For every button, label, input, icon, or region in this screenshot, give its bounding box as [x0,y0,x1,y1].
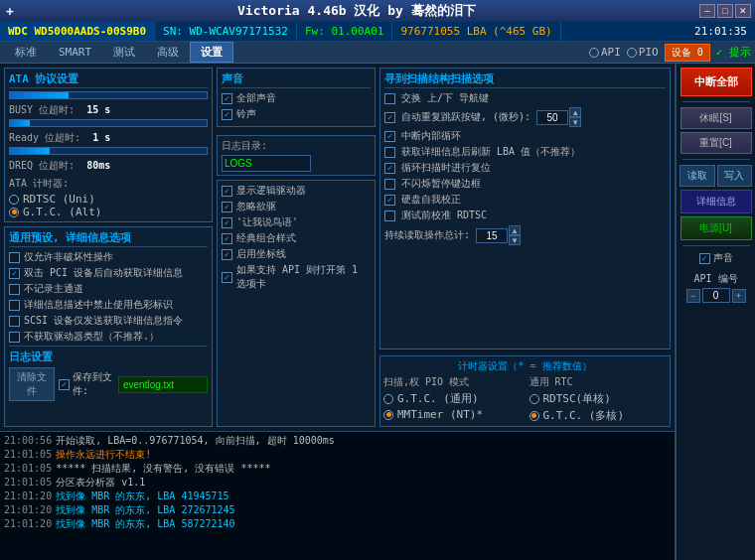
close-button[interactable]: ✕ [735,4,751,18]
persist-input[interactable] [476,228,508,243]
api-num-input[interactable] [702,288,730,303]
cb-r0[interactable] [222,186,232,197]
log-file-input[interactable] [118,376,208,393]
log-area: 21:00:56开始读取, LBA=0..976771054, 向前扫描, 超时… [0,431,675,560]
bell-cb[interactable] [222,109,232,120]
auto-repeat-input[interactable] [536,110,568,125]
general-item-2[interactable]: 不记录主通道 [9,282,208,296]
minimize-button[interactable]: – [699,4,715,18]
spin-down[interactable]: ▼ [569,117,581,127]
general-item-5[interactable]: 不获取驱动器类型（不推荐.） [9,330,208,344]
pio-radio[interactable]: PIO [627,46,659,59]
tab-test[interactable]: 测试 [102,42,146,63]
api-pio-selector: API PIO 设备 0 ✓ 提示 [589,44,751,62]
cb-r1[interactable] [222,202,232,212]
read-button[interactable]: 读取 [680,165,715,187]
gtc-uni-row[interactable]: G.T.C. (通用) [383,391,522,406]
scan-cb-4[interactable] [384,163,395,174]
sound-checkbox-row[interactable]: 声音 [699,251,733,265]
busy-row [9,91,208,99]
dreq-slider[interactable] [9,147,208,155]
scan-item-2[interactable]: 中断内部循环 [384,129,666,143]
tab-advanced[interactable]: 高级 [146,42,190,63]
maximize-button[interactable]: □ [717,4,733,18]
gr-item-5[interactable]: 如果支持 API 则打开第 1 选项卡 [222,263,371,291]
scan-cb-3[interactable] [384,147,395,158]
scan-item-5[interactable]: 不闪烁暂停键边框 [384,177,666,191]
gtc-multi-radio[interactable] [529,411,539,421]
gr-item-2[interactable]: '让我说鸟语' [222,215,371,229]
persist-spin-down[interactable]: ▼ [509,235,521,245]
rdtsc-radio[interactable] [9,195,19,205]
scan-item-3[interactable]: 获取详细信息后刷新 LBA 值（不推荐） [384,145,666,159]
save-cb[interactable] [59,379,70,390]
detail-button[interactable]: 详细信息 [680,190,752,213]
api-num-section: API 编号 − + [686,272,746,303]
gr-item-4[interactable]: 启用坐标线 [222,247,371,261]
scan-item-4[interactable]: 循环扫描时进行复位 [384,161,666,175]
persist-spin-up[interactable]: ▲ [509,225,521,235]
hint-button[interactable]: ✓ 提示 [716,45,751,60]
cb-r4[interactable] [222,249,232,260]
rdtsc-single-row[interactable]: RDTSC(单核) [529,391,668,406]
rdtsc-single-radio[interactable] [529,394,539,404]
cb-4[interactable] [9,316,20,327]
scan-cb-0[interactable] [384,93,395,104]
cb-r2[interactable] [222,217,232,228]
api-num-minus[interactable]: − [686,289,700,303]
log-dir-input[interactable] [222,155,311,172]
all-sound-row[interactable]: 全部声音 [222,91,371,105]
cb-2[interactable] [9,284,20,295]
tab-settings[interactable]: 设置 [190,42,233,63]
clear-log-button[interactable]: 清除文件 [9,367,55,401]
power-button[interactable]: 电源[U] [680,216,752,240]
scan-cb-1[interactable] [384,112,395,123]
abort-all-button[interactable]: 中断全部 [680,68,752,96]
mmtimer-row[interactable]: MMTimer (NT)* [383,408,522,421]
cb-5[interactable] [9,332,20,343]
log-settings: 日志设置 [9,346,208,364]
busy-slider[interactable] [9,91,208,99]
reset-button[interactable]: 重置[C] [680,132,752,154]
cb-1[interactable] [9,268,20,279]
scan-item-1[interactable]: 自动重复跳跃按键, (微秒): ▲ ▼ [384,107,666,127]
scan-cb-2[interactable] [384,131,395,142]
write-button[interactable]: 写入 [717,165,753,187]
ata-title: ATA 协议设置 [9,71,208,88]
cb-r3[interactable] [222,233,232,244]
gtc-uni-radio[interactable] [383,394,393,404]
scan-item-6[interactable]: 硬盘自我校正 [384,193,666,207]
gtc-multi-row[interactable]: G.T.C. (多核) [529,408,668,423]
bell-row[interactable]: 铃声 [222,107,371,121]
api-radio[interactable]: API [589,46,621,59]
tab-standard[interactable]: 标准 [4,42,48,63]
cb-3[interactable] [9,300,20,311]
gr-item-1[interactable]: 忽略欲驱 [222,200,371,213]
gr-item-3[interactable]: 经典组合样式 [222,231,371,245]
scan-cb-5[interactable] [384,179,395,190]
scan-item-0[interactable]: 交换 上/下 导航键 [384,91,666,105]
timer-right: 通用 RTC RDTSC(单核) G.T.C. (多核) [529,375,668,423]
log-line: 21:01:20找到像 MBR 的东东, LBA 272671245 [4,503,671,517]
ready-slider[interactable] [9,119,208,127]
all-sound-cb[interactable] [222,93,232,104]
gr-item-0[interactable]: 显示逻辑驱动器 [222,184,371,198]
api-num-plus[interactable]: + [732,289,746,303]
cb-r5[interactable] [222,272,232,283]
scan-cb-7[interactable] [384,210,395,221]
app-icon: + [0,4,14,19]
tab-smart[interactable]: SMART [48,43,102,62]
general-item-4[interactable]: SCSI 设备仅发送获取详细信息指令 [9,314,208,328]
general-item-3[interactable]: 详细信息描述中禁止使用色彩标识 [9,298,208,312]
cb-0[interactable] [9,252,20,263]
gtc-radio[interactable] [9,208,19,217]
general-item-1[interactable]: 双击 PCI 设备后自动获取详细信息 [9,266,208,280]
spin-up[interactable]: ▲ [569,107,581,117]
scan-cb-6[interactable] [384,195,395,206]
sleep-button[interactable]: 休眠[S] [680,107,752,129]
sep-2 [682,159,750,160]
mmtimer-radio[interactable] [383,410,393,420]
general-item-0[interactable]: 仅允许非破坏性操作 [9,250,208,264]
scan-item-7[interactable]: 测试前校准 RDTSC [384,209,666,222]
sound-cb-sidebar[interactable] [699,253,710,264]
